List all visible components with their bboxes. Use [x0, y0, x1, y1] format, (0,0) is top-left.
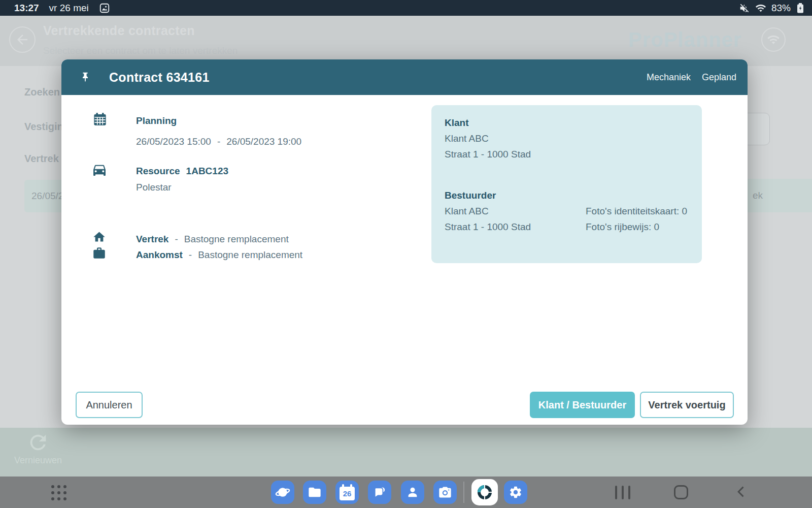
dialog-header: Contract 634161 Mechaniek Gepland [61, 59, 748, 95]
status-bar: 13:27 vr 26 mei 83% [0, 0, 812, 16]
resource-model: Polestar [136, 182, 172, 193]
refresh-icon[interactable] [26, 431, 50, 454]
files-app-icon[interactable] [303, 481, 326, 504]
calendar-day-number: 26 [340, 487, 355, 500]
driver-title: Bestuurder [445, 190, 496, 201]
resource-section-title: Resource 1ABC123 [136, 166, 228, 177]
briefcase-icon [92, 246, 106, 260]
battery-charging-icon [796, 2, 805, 14]
search-label: Zoeken [24, 86, 60, 98]
home-icon [92, 230, 106, 244]
back-arrow-icon [15, 32, 30, 47]
planning-section-title: Planning [136, 115, 177, 126]
planet-icon [275, 485, 290, 500]
driver-name: Klant ABC [445, 206, 489, 217]
resource-plate: 1ABC123 [186, 166, 228, 177]
proplanner-logo-icon [476, 484, 493, 501]
cancel-button[interactable]: Annuleren [76, 392, 143, 418]
planning-dates: 26/05/2023 15:00 - 26/05/2023 19:00 [136, 136, 301, 147]
nav-back-button[interactable] [734, 485, 749, 499]
calendar-app-icon[interactable]: 26 [335, 481, 359, 504]
contract-dialog: Contract 634161 Mechaniek Gepland Planni… [61, 59, 748, 425]
wifi-icon [755, 3, 766, 14]
camera-icon [438, 485, 452, 499]
pin-icon[interactable] [80, 72, 91, 83]
recent-apps-button[interactable] [615, 486, 630, 499]
person-icon [405, 485, 420, 499]
battery-percent: 83% [771, 3, 791, 14]
folder-icon [308, 485, 322, 499]
browser-app-icon[interactable] [271, 481, 294, 504]
car-icon [91, 162, 108, 178]
wifi-status-icon [767, 33, 780, 46]
client-name: Klant ABC [445, 133, 489, 144]
departure-label: Vertrek [24, 153, 59, 165]
departure-row: Vertrek - Bastogne remplacement [136, 234, 289, 245]
brand-logo: ProPlanner [628, 28, 741, 51]
camera-app-icon[interactable] [433, 481, 457, 504]
mute-icon [739, 3, 750, 14]
connection-status-button[interactable] [761, 27, 786, 52]
screen: 13:27 vr 26 mei 83% [0, 0, 812, 508]
screenshot-notification-icon [99, 3, 110, 14]
contacts-app-icon[interactable] [401, 481, 424, 504]
messages-app-icon[interactable] [368, 481, 391, 504]
gear-icon [509, 485, 523, 499]
app-drawer-button[interactable] [49, 483, 69, 503]
status-date: vr 26 mei [49, 3, 89, 14]
refresh-label: Vernieuwen [14, 455, 62, 466]
contract-status-tag: Gepland [702, 72, 736, 83]
depart-vehicle-button[interactable]: Vertrek voertuig [640, 392, 734, 418]
proplanner-app-icon[interactable] [471, 479, 498, 505]
client-address: Straat 1 - 1000 Stad [445, 149, 531, 160]
settings-app-icon[interactable] [504, 481, 527, 504]
chat-bubble-icon [373, 485, 387, 499]
photos-id-count: Foto's identiteitskaart: 0 [586, 206, 687, 217]
driver-address: Straat 1 - 1000 Stad [445, 221, 531, 233]
arrival-row: Aankomst - Bastogne remplacement [136, 249, 302, 261]
client-title: Klant [445, 117, 469, 129]
page-subtitle: Selecteer een contract om te laten vertr… [43, 45, 238, 56]
photos-license-count: Foto's rijbewijs: 0 [586, 221, 659, 233]
background-app-footer [0, 428, 812, 477]
home-button[interactable] [674, 485, 688, 499]
client-driver-button[interactable]: Klant / Bestuurder [530, 392, 635, 418]
page-title: Vertrekkende contracten [43, 23, 195, 38]
taskbar-separator [463, 482, 464, 503]
contract-type-tag: Mechaniek [647, 72, 691, 83]
back-button[interactable] [9, 26, 36, 53]
calendar-icon [93, 112, 107, 126]
dialog-title: Contract 634161 [109, 70, 210, 85]
clock: 13:27 [14, 3, 39, 14]
client-driver-panel: Klant Klant ABC Straat 1 - 1000 Stad Bes… [431, 105, 702, 263]
